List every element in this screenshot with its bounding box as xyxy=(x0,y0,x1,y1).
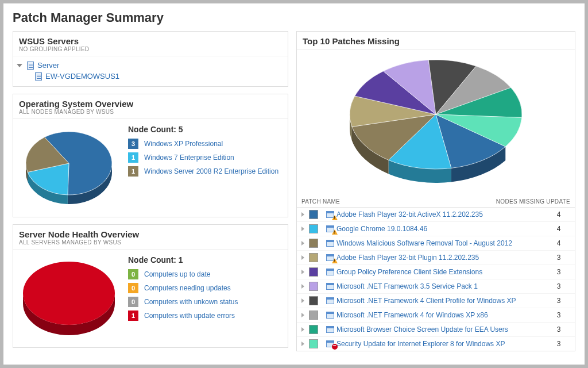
patch-row: Microsoft .NET Framework 4 Client Profil… xyxy=(297,294,575,308)
top-patches-title: Top 10 Patches Missing xyxy=(303,36,569,46)
col-nodes-missing: NODES MISSING UPDATE xyxy=(496,198,570,205)
legend-item[interactable]: 3Windows XP Professional xyxy=(128,139,281,149)
legend-label[interactable]: Windows Server 2008 R2 Enterprise Editio… xyxy=(144,167,278,175)
legend-label[interactable]: Computers with unkown status xyxy=(144,298,238,306)
patch-name-link[interactable]: Microsoft .NET Framework 4 Client Profil… xyxy=(336,297,547,305)
package-icon xyxy=(326,297,334,304)
legend-count: 1 xyxy=(128,166,138,177)
expand-icon[interactable] xyxy=(301,212,304,217)
patch-row: Group Policy Preference Client Side Exte… xyxy=(297,265,575,279)
patch-missing-count: 3 xyxy=(547,311,570,319)
legend-count: 1 xyxy=(128,310,138,321)
legend-label[interactable]: Windows XP Professional xyxy=(144,140,223,148)
legend-count: 0 xyxy=(128,283,138,293)
os-pie-chart xyxy=(20,125,118,211)
legend-item[interactable]: 0Computers up to date xyxy=(128,269,281,279)
patch-row: Adobe Flash Player 32-bit Plugin 11.2.20… xyxy=(297,251,575,265)
expand-icon[interactable] xyxy=(301,227,304,231)
patch-missing-count: 4 xyxy=(547,210,570,218)
health-pie-chart xyxy=(20,255,118,342)
expand-icon[interactable] xyxy=(301,255,304,260)
package-icon xyxy=(326,225,334,232)
color-swatch xyxy=(309,310,318,320)
top-patches-panel: Top 10 Patches Missing PATCH NAME NODES … xyxy=(296,31,575,351)
health-subtitle: ALL SERVERS MANAGED BY WSUS xyxy=(19,239,282,246)
tree-child-row[interactable]: EW-VGDEMOWSUS1 xyxy=(17,71,284,82)
health-node-count: Node Count: 1 xyxy=(128,255,281,264)
legend-label[interactable]: Computers with update errors xyxy=(144,312,235,320)
tree-child-label[interactable]: EW-VGDEMOWSUS1 xyxy=(45,72,119,80)
color-swatch xyxy=(309,339,318,348)
health-title: Server Node Health Overview xyxy=(19,229,282,239)
legend-count: 0 xyxy=(128,297,138,307)
patch-row: Microsoft Browser Choice Screen Update f… xyxy=(297,323,575,337)
color-swatch xyxy=(309,325,318,334)
os-overview-panel: Operating System Overview ALL NODES MANA… xyxy=(13,94,288,217)
legend-item[interactable]: 0Computers needing updates xyxy=(128,283,281,293)
patch-row: Windows Malicious Software Removal Tool … xyxy=(297,236,575,251)
patch-missing-count: 4 xyxy=(547,225,570,233)
package-icon xyxy=(326,269,334,275)
color-swatch xyxy=(309,296,318,305)
legend-label[interactable]: Computers up to date xyxy=(144,270,210,278)
warning-badge-icon xyxy=(332,258,338,263)
expand-icon[interactable] xyxy=(301,342,304,346)
expand-icon[interactable] xyxy=(301,284,304,289)
patch-missing-count: 3 xyxy=(547,325,570,334)
tree-root-row[interactable]: Server xyxy=(17,60,284,71)
package-icon xyxy=(326,240,334,247)
patch-name-link[interactable]: Google Chrome 19.0.1084.46 xyxy=(336,225,547,233)
patch-missing-count: 3 xyxy=(547,268,570,276)
patch-name-link[interactable]: Security Update for Internet Explorer 8 … xyxy=(336,340,547,348)
patch-row: Microsoft .NET Framework 4 for Windows X… xyxy=(297,308,575,323)
expand-icon[interactable] xyxy=(301,241,304,246)
wsus-servers-panel: WSUS Servers NO GROUPING APPLIED Server … xyxy=(13,31,288,87)
package-icon xyxy=(326,283,334,290)
server-icon xyxy=(35,72,42,80)
patch-missing-count: 4 xyxy=(547,239,570,247)
color-swatch xyxy=(309,267,318,277)
legend-item[interactable]: 0Computers with unkown status xyxy=(128,297,281,307)
patch-name-link[interactable]: Microsoft .NET Framework 3.5 Service Pac… xyxy=(336,282,547,290)
page-root: Patch Manager Summary WSUS Servers NO GR… xyxy=(3,3,585,365)
patch-missing-count: 3 xyxy=(547,254,570,262)
package-icon xyxy=(326,312,334,319)
legend-count: 3 xyxy=(128,139,138,149)
package-icon xyxy=(326,340,334,347)
patch-name-link[interactable]: Adobe Flash Player 32-bit ActiveX 11.2.2… xyxy=(336,210,547,218)
color-swatch xyxy=(309,224,318,233)
expand-icon[interactable] xyxy=(301,313,304,317)
patch-name-link[interactable]: Adobe Flash Player 32-bit Plugin 11.2.20… xyxy=(336,254,547,262)
legend-label[interactable]: Computers needing updates xyxy=(144,284,231,292)
patch-name-link[interactable]: Windows Malicious Software Removal Tool … xyxy=(336,239,547,247)
warning-badge-icon xyxy=(332,215,338,220)
color-swatch xyxy=(309,239,318,248)
legend-count: 1 xyxy=(128,152,138,163)
page-title: Patch Manager Summary xyxy=(13,10,575,25)
expand-icon[interactable] xyxy=(301,298,304,303)
legend-item[interactable]: 1Computers with update errors xyxy=(128,310,281,321)
os-title: Operating System Overview xyxy=(19,99,282,109)
legend-label[interactable]: Windows 7 Enterprise Edition xyxy=(144,154,234,162)
patch-name-link[interactable]: Microsoft .NET Framework 4 for Windows X… xyxy=(336,311,547,319)
color-swatch xyxy=(309,210,318,219)
os-node-count: Node Count: 5 xyxy=(128,125,281,134)
package-icon xyxy=(326,211,334,218)
chevron-down-icon[interactable] xyxy=(17,64,22,67)
legend-item[interactable]: 1Windows 7 Enterprise Edition xyxy=(128,152,281,163)
expand-icon[interactable] xyxy=(301,270,304,274)
legend-count: 0 xyxy=(128,269,138,279)
patch-row: Microsoft .NET Framework 3.5 Service Pac… xyxy=(297,279,575,294)
legend-item[interactable]: 1Windows Server 2008 R2 Enterprise Editi… xyxy=(128,166,281,177)
col-patch-name: PATCH NAME xyxy=(301,198,496,205)
server-group-icon xyxy=(27,62,34,70)
expand-icon[interactable] xyxy=(301,327,304,332)
patch-missing-count: 3 xyxy=(547,340,570,348)
patch-row: Google Chrome 19.0.1084.464 xyxy=(297,222,575,236)
patch-row: Security Update for Internet Explorer 8 … xyxy=(297,337,575,351)
tree-root-label[interactable]: Server xyxy=(37,61,59,70)
package-icon xyxy=(326,326,334,333)
patch-name-link[interactable]: Microsoft Browser Choice Screen Update f… xyxy=(336,325,547,334)
patch-name-link[interactable]: Group Policy Preference Client Side Exte… xyxy=(336,268,547,276)
svg-point-0 xyxy=(23,262,115,325)
